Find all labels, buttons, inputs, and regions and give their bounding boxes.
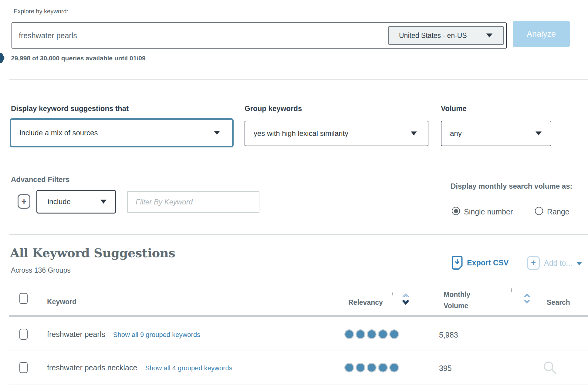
row-checkbox[interactable] (19, 329, 28, 340)
advanced-filters-label: Advanced Filters (11, 175, 69, 184)
chevron-down-icon (100, 200, 106, 204)
add-filter-button[interactable]: + (18, 194, 30, 209)
group-keywords-select[interactable]: yes with high lexical similarity (245, 121, 428, 146)
relevancy-info-icon[interactable]: i (392, 291, 393, 296)
section-divider (9, 79, 588, 80)
relevancy-dot (367, 363, 377, 372)
keyword-explorer-page: Explore by keyword: United States - en-U… (0, 0, 588, 387)
filter-operator-select[interactable]: include (36, 190, 116, 214)
row-divider (9, 385, 588, 385)
keyword-search-box: United States - en-US (12, 22, 507, 49)
radio-single-number-label: Single number (464, 207, 513, 216)
column-header-monthly-volume-line2: Volume (444, 302, 468, 310)
table-header-border (9, 315, 588, 317)
chevron-down-icon (411, 132, 417, 136)
locale-selected-value: United States - en-US (399, 32, 467, 40)
download-document-icon (452, 256, 463, 270)
radio-single-number[interactable] (452, 207, 460, 215)
relevancy-dot (367, 329, 377, 339)
suggestions-filter-label: Display keyword suggestions that (11, 104, 129, 113)
column-header-search: Search (547, 298, 570, 307)
relevancy-dot (389, 363, 399, 372)
keyword-search-input[interactable] (19, 31, 368, 40)
page-title: All Keyword Suggestions (10, 246, 175, 260)
monthly-volume-cell: 395 (439, 364, 452, 373)
group-keywords-value: yes with high lexical similarity (254, 129, 348, 138)
quota-text: 29,998 of 30,000 queries available until… (11, 55, 146, 62)
volume-display-label: Display monthly search volume as: (451, 182, 572, 190)
chevron-down-icon (486, 34, 492, 38)
show-grouped-keywords-link[interactable]: Show all 9 grouped keywords (113, 331, 200, 339)
relevancy-dot (356, 329, 365, 339)
monthly-volume-info-icon[interactable]: i (511, 288, 512, 293)
locale-select[interactable]: United States - en-US (388, 26, 504, 45)
relevancy-dot (344, 363, 354, 372)
filter-operator-value: include (48, 197, 71, 206)
analyze-button[interactable]: Analyze (513, 21, 570, 47)
relevancy-sort-control[interactable] (401, 292, 410, 307)
export-csv-button[interactable]: Export CSV (452, 256, 509, 270)
relevancy-dot (356, 363, 365, 372)
export-csv-label: Export CSV (467, 258, 509, 267)
volume-select[interactable]: any (441, 121, 551, 146)
column-header-monthly-volume-line1: Monthly (444, 291, 470, 299)
select-all-checkbox[interactable] (19, 293, 28, 304)
explore-by-keyword-label: Explore by keyword: (14, 8, 68, 15)
relevancy-dots (344, 329, 399, 339)
relevancy-dots (344, 363, 399, 372)
add-to-button[interactable]: + Add to... (527, 256, 582, 270)
add-to-label: Add to... (544, 259, 572, 268)
show-grouped-keywords-link[interactable]: Show all 4 grouped keywords (145, 364, 232, 372)
group-keywords-label: Group keywords (245, 104, 302, 113)
chevron-down-icon (576, 262, 582, 265)
relevancy-dot (378, 363, 388, 372)
radio-range[interactable] (535, 207, 543, 215)
chevron-down-icon (536, 132, 542, 136)
volume-label: Volume (441, 104, 467, 113)
monthly-volume-sort-control[interactable] (522, 292, 532, 307)
suggestions-source-select[interactable]: include a mix of sources (10, 118, 234, 147)
chevron-down-icon (214, 131, 220, 135)
radio-range-label: Range (547, 207, 569, 216)
search-keyword-icon[interactable] (542, 360, 559, 377)
quota-arrow-icon (0, 53, 5, 63)
relevancy-dot (389, 329, 399, 339)
row-divider (9, 351, 588, 351)
monthly-volume-cell: 5,983 (439, 331, 458, 339)
keyword-cell: freshwater pearls (47, 330, 105, 339)
relevancy-dot (378, 329, 388, 339)
filter-by-keyword-input[interactable] (127, 191, 259, 213)
groups-count-subtitle: Across 136 Groups (11, 266, 71, 274)
volume-value: any (450, 129, 462, 138)
suggestions-source-value: include a mix of sources (20, 129, 98, 137)
row-checkbox[interactable] (19, 362, 28, 373)
plus-icon: + (527, 256, 540, 270)
keyword-cell: freshwater pearls necklace (47, 363, 137, 372)
column-header-relevancy: Relevancy (348, 298, 383, 307)
relevancy-dot (344, 329, 354, 339)
column-header-keyword: Keyword (47, 298, 76, 306)
section-divider (9, 234, 588, 235)
